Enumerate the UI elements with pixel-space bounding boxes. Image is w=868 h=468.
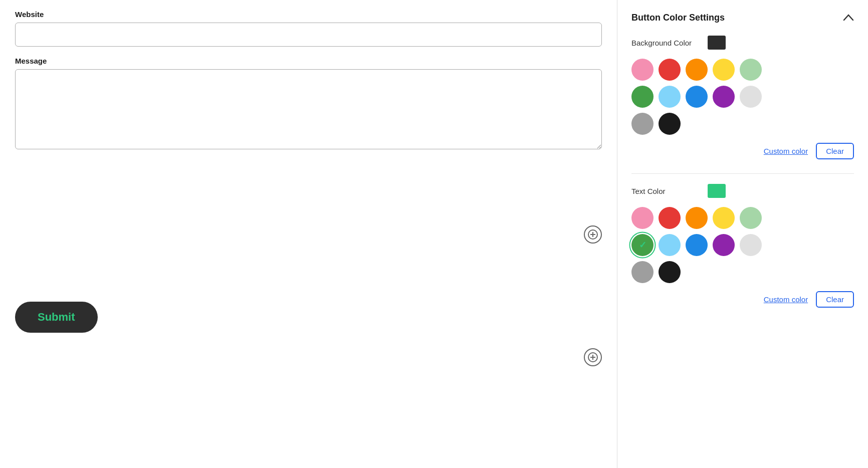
add-field-button-1[interactable] bbox=[584, 225, 602, 244]
text-color-orange[interactable] bbox=[686, 207, 708, 229]
background-color-label: Background Color bbox=[631, 39, 702, 47]
text-color-medium-gray[interactable] bbox=[631, 261, 654, 283]
bg-color-light-green[interactable] bbox=[740, 59, 762, 81]
website-label: Website bbox=[15, 10, 602, 19]
message-input[interactable] bbox=[15, 69, 602, 149]
text-color-blue[interactable] bbox=[686, 234, 708, 256]
text-color-light-blue[interactable] bbox=[659, 234, 681, 256]
bg-color-light-blue[interactable] bbox=[659, 86, 681, 108]
section-title: Button Color Settings bbox=[631, 13, 725, 23]
text-custom-color-link[interactable]: Custom color bbox=[764, 295, 808, 304]
text-color-label: Text Color bbox=[631, 187, 702, 195]
bg-clear-button[interactable]: Clear bbox=[816, 143, 854, 159]
text-color-red[interactable] bbox=[659, 207, 681, 229]
section-divider bbox=[631, 173, 854, 174]
bg-color-purple[interactable] bbox=[713, 86, 735, 108]
website-input[interactable] bbox=[15, 23, 602, 47]
text-clear-button[interactable]: Clear bbox=[816, 291, 854, 308]
bg-color-orange[interactable] bbox=[686, 59, 708, 81]
section-header: Button Color Settings bbox=[631, 12, 854, 24]
text-color-light-green[interactable] bbox=[740, 207, 762, 229]
text-color-actions: Custom color Clear bbox=[631, 291, 854, 308]
background-color-grid bbox=[631, 59, 854, 135]
submit-button[interactable]: Submit bbox=[15, 302, 98, 333]
text-color-purple[interactable] bbox=[713, 234, 735, 256]
text-color-row: Text Color bbox=[631, 184, 854, 198]
background-color-actions: Custom color Clear bbox=[631, 143, 854, 159]
bg-color-pink[interactable] bbox=[631, 59, 654, 81]
bg-color-yellow[interactable] bbox=[713, 59, 735, 81]
bg-color-red[interactable] bbox=[659, 59, 681, 81]
bg-color-green[interactable] bbox=[631, 86, 654, 108]
text-color-swatch[interactable] bbox=[708, 184, 726, 198]
bg-color-very-light-gray[interactable] bbox=[740, 86, 762, 108]
text-color-very-light-gray[interactable] bbox=[740, 234, 762, 256]
text-color-yellow[interactable] bbox=[713, 207, 735, 229]
text-color-pink[interactable] bbox=[631, 207, 654, 229]
left-panel: Website Message Submit bbox=[0, 0, 617, 468]
bg-color-black[interactable] bbox=[659, 113, 681, 135]
background-color-swatch[interactable] bbox=[708, 36, 726, 50]
bg-custom-color-link[interactable]: Custom color bbox=[764, 147, 808, 155]
right-panel: Button Color Settings Background Color C… bbox=[617, 0, 868, 468]
text-color-green[interactable]: ✓ bbox=[631, 234, 654, 256]
collapse-button[interactable] bbox=[843, 12, 854, 24]
selected-checkmark: ✓ bbox=[639, 240, 646, 251]
bg-color-blue[interactable] bbox=[686, 86, 708, 108]
message-label: Message bbox=[15, 57, 602, 65]
text-color-grid: ✓ bbox=[631, 207, 854, 283]
add-field-button-2[interactable] bbox=[584, 348, 602, 366]
background-color-row: Background Color bbox=[631, 36, 854, 50]
text-color-black[interactable] bbox=[659, 261, 681, 283]
bg-color-medium-gray[interactable] bbox=[631, 113, 654, 135]
